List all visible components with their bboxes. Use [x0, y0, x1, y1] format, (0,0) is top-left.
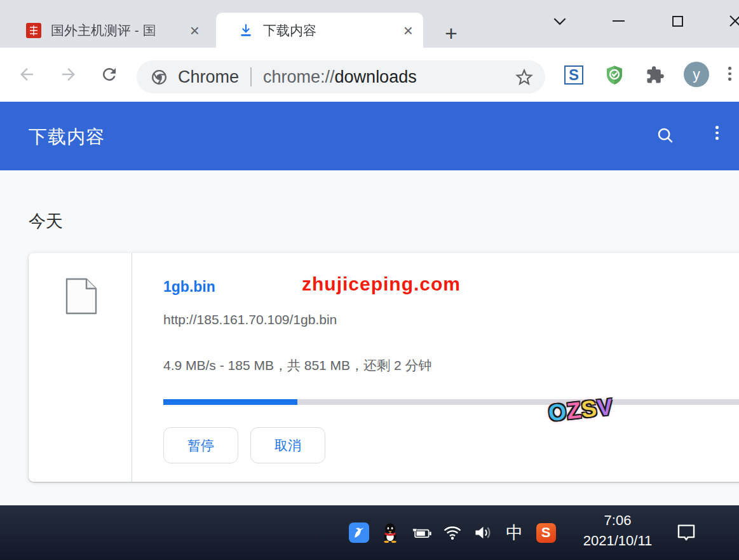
taskbar-clock[interactable]: 7:06 2021/10/11	[571, 510, 665, 551]
downloads-page-header: 下载内容	[0, 102, 739, 170]
shield-check-icon	[604, 64, 625, 86]
maximize-icon	[672, 16, 683, 27]
extensions-menu-button[interactable]	[646, 65, 665, 87]
clock-time: 7:06	[571, 510, 665, 531]
url-scheme: chrome://	[263, 67, 335, 87]
thunder-tray-icon[interactable]	[348, 522, 370, 543]
tab-hosting-review[interactable]: 国外主机测评 - 国 ×	[6, 13, 210, 48]
reload-icon	[100, 65, 119, 84]
ozsv-watermark: OZSV	[547, 393, 614, 427]
date-group-heading: 今天	[29, 210, 63, 233]
sogou-extension-icon[interactable]: S	[564, 65, 583, 85]
kebab-dot	[728, 67, 731, 70]
bookmark-button[interactable]	[515, 67, 534, 89]
thunder-bird-icon	[349, 522, 369, 543]
battery-tray-icon[interactable]	[410, 522, 432, 543]
download-actions: 暂停 取消	[163, 427, 325, 463]
pause-button[interactable]: 暂停	[163, 427, 238, 463]
browser-toolbar: Chrome chrome://downloads S	[0, 48, 739, 102]
omnibox[interactable]: Chrome chrome://downloads	[137, 60, 545, 93]
page-title: 下载内容	[29, 125, 105, 150]
sogou-tray-icon[interactable]: S	[535, 522, 557, 543]
tab-search-button[interactable]	[545, 10, 574, 32]
download-item-card: 1gb.bin zhujiceping.com http://185.161.7…	[29, 253, 739, 482]
cancel-button[interactable]: 取消	[250, 427, 325, 463]
kebab-dot	[728, 72, 731, 76]
forward-button[interactable]	[56, 62, 81, 87]
new-tab-button[interactable]: +	[440, 22, 463, 44]
action-center-button[interactable]	[675, 522, 697, 546]
tab-strip: 国外主机测评 - 国 × 下载内容 × +	[0, 0, 739, 48]
maximize-button[interactable]	[663, 10, 692, 32]
chevron-down-icon	[552, 13, 568, 29]
close-window-button[interactable]	[721, 10, 739, 32]
browser-window: 国外主机测评 - 国 × 下载内容 × +	[0, 0, 739, 560]
chrome-logo-icon	[151, 69, 168, 86]
speaker-icon	[473, 524, 494, 542]
download-progress-bar	[163, 399, 739, 405]
battery-charging-icon	[410, 524, 432, 542]
tab-title: 国外主机测评 - 国	[51, 22, 186, 39]
download-status-text: 4.9 MB/s - 185 MB，共 851 MB，还剩 2 分钟	[163, 357, 431, 374]
tab-title: 下载内容	[263, 22, 400, 39]
qq-tray-icon[interactable]	[379, 522, 401, 543]
forward-arrow-icon	[59, 65, 78, 84]
seal-favicon-icon	[25, 22, 42, 39]
windows-taskbar: 中 S 7:06 2021/10/11	[0, 505, 739, 560]
omnibox-brand-label: Chrome	[178, 67, 239, 87]
clock-date: 2021/10/11	[571, 531, 665, 551]
kebab-dot	[715, 132, 719, 135]
kebab-dot	[728, 78, 731, 81]
puzzle-icon	[646, 65, 665, 85]
profile-avatar[interactable]: y	[684, 62, 709, 87]
kebab-dot	[715, 137, 719, 140]
wifi-icon	[443, 524, 462, 541]
ozsv-letter: V	[596, 393, 614, 421]
search-downloads-button[interactable]	[656, 126, 675, 147]
file-icon	[65, 278, 97, 315]
adguard-extension-icon[interactable]	[604, 64, 625, 88]
minimize-button[interactable]	[604, 10, 633, 32]
system-tray: 中 S	[348, 505, 557, 560]
url-page: downloads	[335, 67, 417, 87]
download-icon	[238, 22, 254, 39]
sogou-s-icon: S	[536, 523, 556, 543]
notification-icon	[675, 522, 697, 543]
minimize-icon	[613, 20, 625, 22]
tab-close-icon[interactable]: ×	[400, 22, 417, 39]
download-progress-fill	[163, 399, 297, 405]
reload-button[interactable]	[97, 62, 122, 87]
volume-tray-icon[interactable]	[473, 522, 494, 543]
omnibox-separator	[250, 67, 252, 86]
card-divider	[132, 253, 132, 482]
qq-penguin-icon	[381, 522, 399, 543]
back-arrow-icon	[17, 65, 36, 84]
ozsv-letter: O	[547, 398, 568, 426]
tab-downloads[interactable]: 下载内容 ×	[216, 13, 423, 48]
site-watermark: zhujiceping.com	[302, 273, 461, 295]
download-source-url: http://185.161.70.109/1gb.bin	[163, 312, 337, 327]
back-button[interactable]	[14, 62, 39, 87]
download-filename-link[interactable]: 1gb.bin	[163, 278, 215, 296]
wifi-tray-icon[interactable]	[442, 522, 463, 543]
star-icon	[515, 67, 534, 86]
browser-menu-button[interactable]	[728, 67, 731, 81]
ime-language-indicator[interactable]: 中	[504, 522, 525, 543]
tab-close-icon[interactable]: ×	[186, 22, 203, 39]
downloads-menu-button[interactable]	[715, 126, 719, 140]
close-icon	[728, 13, 739, 29]
kebab-dot	[715, 126, 719, 129]
search-icon	[656, 126, 675, 145]
